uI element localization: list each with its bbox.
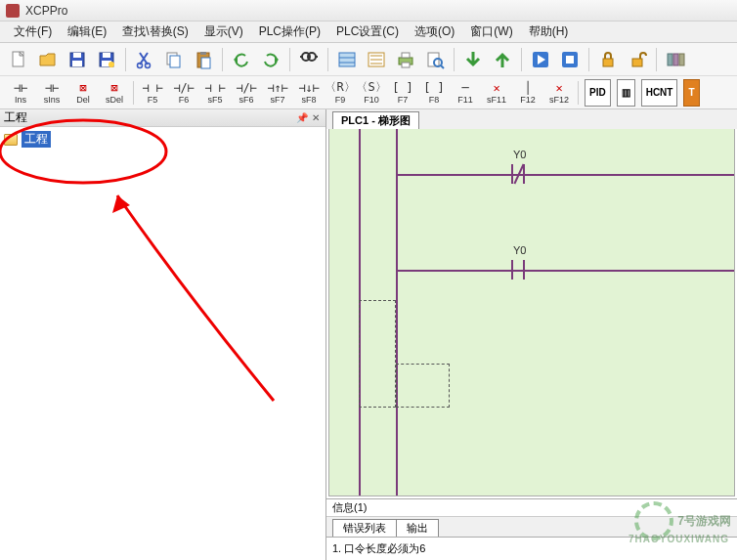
selection-box-small <box>396 364 450 408</box>
svg-rect-3 <box>72 61 82 66</box>
cut-button[interactable] <box>132 47 157 72</box>
menu-plc-op[interactable]: PLC操作(P) <box>251 22 328 42</box>
ladder-diagram[interactable]: Y0 Y0 <box>328 129 735 496</box>
svg-rect-27 <box>603 59 613 66</box>
selection-box-left <box>359 300 396 408</box>
watermark: 7号游戏网 7HAOYOUXIWANG <box>634 501 731 540</box>
tb-f7[interactable]: [ ]F7 <box>388 78 417 108</box>
tb-f9[interactable]: 〈R〉F9 <box>325 78 355 108</box>
project-panel-title: 工程 <box>4 109 27 126</box>
tb-del[interactable]: ⊠Del <box>68 78 98 108</box>
folder-icon <box>4 134 18 146</box>
tb-sf11[interactable]: ✕sF11 <box>482 78 511 108</box>
svg-rect-17 <box>339 53 355 66</box>
config-button[interactable] <box>663 47 688 72</box>
menu-option[interactable]: 选项(O) <box>407 22 462 42</box>
svg-rect-2 <box>73 53 81 58</box>
watermark-sub: 7HAOYOUXIWANG <box>629 534 729 544</box>
tb-sf7[interactable]: ⊣↑⊢sF7 <box>263 78 292 108</box>
menu-edit[interactable]: 编辑(E) <box>60 22 114 42</box>
app-icon <box>6 4 20 18</box>
menu-search[interactable]: 查找\替换(S) <box>114 22 195 42</box>
panel-close-icon[interactable]: ✕ <box>310 112 322 124</box>
tb-pid[interactable]: PID <box>585 79 611 107</box>
unlock-button[interactable] <box>625 47 650 72</box>
svg-rect-20 <box>402 53 410 58</box>
app-title: XCPPro <box>25 4 67 18</box>
toolbar-ladder: ⊣⊢Ins ⊣⊢sIns ⊠Del ⊠sDel ⊣ ⊢F5 ⊣/⊢F6 ⊣ ⊢s… <box>0 76 737 109</box>
paste-button[interactable] <box>191 47 216 72</box>
watermark-text: 7号游戏网 <box>677 513 731 530</box>
toolbar-main <box>0 43 737 76</box>
tb-sf5[interactable]: ⊣ ⊢sF5 <box>200 78 230 108</box>
tb-t[interactable]: T <box>683 79 699 107</box>
svg-rect-29 <box>668 54 672 65</box>
svg-rect-14 <box>201 58 210 68</box>
tb-ins[interactable]: ⊣⊢Ins <box>6 78 35 108</box>
menu-plc-set[interactable]: PLC设置(C) <box>328 22 407 42</box>
svg-rect-11 <box>170 56 180 67</box>
svg-rect-21 <box>402 63 410 67</box>
rung1-label: Y0 <box>513 149 526 160</box>
undo-button[interactable] <box>229 47 254 72</box>
svg-rect-31 <box>679 54 684 65</box>
tab-plc1[interactable]: PLC1 - 梯形图 <box>332 111 419 129</box>
svg-rect-26 <box>566 56 574 64</box>
tb-f10[interactable]: 〈S〉F10 <box>357 78 386 108</box>
menu-view[interactable]: 显示(V) <box>196 22 251 42</box>
saveas-button[interactable] <box>94 47 119 72</box>
rung2-label: Y0 <box>513 244 526 256</box>
tb-f6[interactable]: ⊣/⊢F6 <box>169 78 198 108</box>
download-button[interactable] <box>460 47 486 72</box>
preview-button[interactable] <box>422 47 448 72</box>
svg-point-9 <box>146 63 151 67</box>
tb-sf6[interactable]: ⊣/⊢sF6 <box>232 78 261 108</box>
svg-rect-13 <box>200 52 206 55</box>
stop-button[interactable] <box>557 47 583 72</box>
rung1-nc-contact[interactable] <box>507 164 529 184</box>
menu-help[interactable]: 帮助(H) <box>521 22 577 42</box>
tb-sdel[interactable]: ⊠sDel <box>100 78 129 108</box>
list-view-button[interactable] <box>364 47 389 72</box>
rung2-no-contact[interactable] <box>507 260 529 280</box>
ladder-view-button[interactable] <box>334 47 360 72</box>
tb-sf8[interactable]: ⊣↓⊢sF8 <box>294 78 324 108</box>
menu-file[interactable]: 文件(F) <box>6 22 60 42</box>
print-button[interactable] <box>393 47 418 72</box>
run-button[interactable] <box>528 47 553 72</box>
svg-rect-5 <box>103 53 110 58</box>
find-button[interactable] <box>296 47 322 72</box>
tb-pulse[interactable]: ▥ <box>617 79 635 107</box>
tb-sf12[interactable]: ✕sF12 <box>544 78 574 108</box>
tb-hcnt[interactable]: HCNT <box>641 79 678 107</box>
tb-sins[interactable]: ⊣⊢sIns <box>37 78 66 108</box>
panel-pin-icon[interactable]: 📌 <box>296 112 308 124</box>
copy-button[interactable] <box>161 47 187 72</box>
new-button[interactable] <box>6 47 31 72</box>
redo-button[interactable] <box>258 47 283 72</box>
project-panel: 工程 📌 ✕ 工程 <box>0 109 326 560</box>
tab-output[interactable]: 输出 <box>396 519 439 537</box>
upload-button[interactable] <box>490 47 515 72</box>
save-button[interactable] <box>65 47 90 72</box>
project-panel-header: 工程 📌 ✕ <box>0 109 325 127</box>
tb-f8[interactable]: [ ]F8 <box>419 78 449 108</box>
svg-rect-28 <box>632 59 642 66</box>
title-bar: XCPPro <box>0 0 737 22</box>
menu-window[interactable]: 窗口(W) <box>462 22 520 42</box>
svg-point-7 <box>108 62 114 67</box>
editor-panel: PLC1 - 梯形图 Y0 Y0 信息(1) 错误列表 输出 1. 口令长度必须 <box>326 109 737 560</box>
editor-tabs: PLC1 - 梯形图 <box>326 109 737 129</box>
svg-point-8 <box>138 63 143 67</box>
lock-button[interactable] <box>595 47 621 72</box>
open-button[interactable] <box>35 47 61 72</box>
tree-root-item[interactable]: 工程 <box>4 131 322 148</box>
tree-root-label: 工程 <box>22 131 51 148</box>
tb-f11[interactable]: ─F11 <box>451 78 480 108</box>
tb-f5[interactable]: ⊣ ⊢F5 <box>138 78 167 108</box>
tb-f12[interactable]: │F12 <box>513 78 542 108</box>
menu-bar: 文件(F) 编辑(E) 查找\替换(S) 显示(V) PLC操作(P) PLC设… <box>0 22 737 43</box>
svg-rect-30 <box>673 54 678 65</box>
tab-errors[interactable]: 错误列表 <box>332 519 397 537</box>
